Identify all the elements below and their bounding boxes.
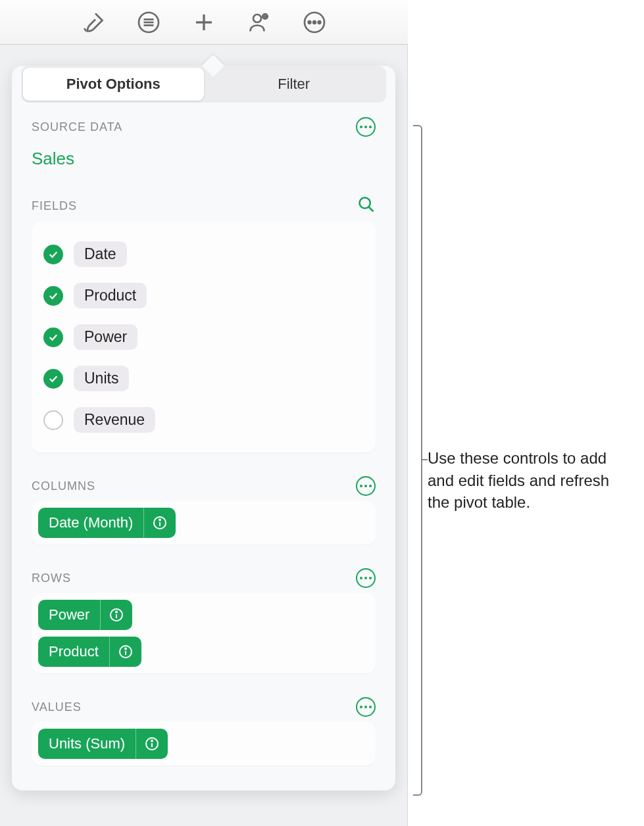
field-checkbox[interactable] bbox=[43, 369, 63, 389]
columns-section: COLUMNS Date (Month) bbox=[12, 462, 395, 554]
svg-point-6 bbox=[253, 14, 261, 22]
list-icon[interactable] bbox=[137, 11, 161, 34]
columns-well[interactable]: Date (Month) bbox=[32, 501, 376, 545]
chip-label: Product bbox=[38, 637, 109, 667]
values-well[interactable]: Units (Sum) bbox=[32, 722, 376, 765]
field-row-product: Product bbox=[43, 275, 364, 316]
fields-section: FIELDS Date Product Power bbox=[12, 178, 395, 462]
field-row-date: Date bbox=[43, 233, 364, 275]
chip-label: Date (Month) bbox=[38, 508, 143, 538]
field-pill[interactable]: Units bbox=[74, 366, 129, 391]
source-data-name[interactable]: Sales bbox=[32, 149, 376, 169]
field-pill[interactable]: Product bbox=[74, 283, 147, 308]
chip-units-sum[interactable]: Units (Sum) bbox=[38, 729, 168, 759]
values-section: VALUES Units (Sum) bbox=[12, 683, 395, 775]
field-checkbox[interactable] bbox=[43, 286, 63, 306]
fields-label: FIELDS bbox=[32, 199, 77, 213]
format-brush-icon[interactable] bbox=[82, 11, 105, 34]
svg-point-11 bbox=[309, 21, 311, 24]
field-row-units: Units bbox=[43, 358, 364, 399]
chip-product[interactable]: Product bbox=[38, 637, 141, 667]
search-icon[interactable] bbox=[357, 195, 376, 216]
source-data-section: SOURCE DATA Sales bbox=[12, 114, 395, 178]
field-pill[interactable]: Power bbox=[74, 324, 137, 350]
field-checkbox[interactable] bbox=[43, 328, 63, 347]
source-data-more-button[interactable] bbox=[356, 117, 376, 137]
source-data-label: SOURCE DATA bbox=[32, 120, 122, 134]
add-icon[interactable] bbox=[192, 11, 216, 34]
values-label: VALUES bbox=[32, 700, 82, 714]
info-icon[interactable] bbox=[100, 600, 132, 630]
sidebar-panel-wrap: Pivot Options Filter SOURCE DATA Sales F… bbox=[0, 45, 408, 826]
columns-label: COLUMNS bbox=[32, 479, 95, 493]
rows-more-button[interactable] bbox=[356, 568, 376, 588]
field-checkbox[interactable] bbox=[43, 410, 63, 430]
field-row-power: Power bbox=[43, 316, 364, 358]
svg-point-21 bbox=[116, 612, 117, 613]
field-pill[interactable]: Revenue bbox=[74, 407, 155, 433]
field-row-revenue: Revenue bbox=[43, 399, 364, 441]
chip-label: Power bbox=[38, 600, 100, 630]
svg-point-14 bbox=[360, 198, 370, 208]
svg-point-18 bbox=[159, 520, 161, 521]
tab-bar: Pivot Options Filter bbox=[21, 66, 386, 103]
rows-section: ROWS Power Product bbox=[12, 554, 395, 683]
info-icon[interactable] bbox=[109, 637, 141, 667]
columns-more-button[interactable] bbox=[356, 476, 376, 496]
svg-point-12 bbox=[313, 21, 316, 24]
svg-line-15 bbox=[369, 207, 374, 212]
rows-label: ROWS bbox=[32, 571, 71, 585]
callout-tick bbox=[421, 459, 428, 460]
rows-well[interactable]: Power Product bbox=[32, 593, 376, 673]
svg-point-13 bbox=[318, 21, 321, 24]
chip-date-month[interactable]: Date (Month) bbox=[38, 508, 176, 538]
tab-filter[interactable]: Filter bbox=[204, 68, 385, 101]
chip-label: Units (Sum) bbox=[38, 729, 136, 759]
more-icon[interactable] bbox=[303, 11, 326, 34]
callout-text: Use these controls to add and edit field… bbox=[428, 447, 632, 514]
values-more-button[interactable] bbox=[356, 697, 376, 717]
collaborate-icon[interactable] bbox=[247, 11, 271, 34]
info-icon[interactable] bbox=[143, 508, 176, 538]
field-checkbox[interactable] bbox=[43, 245, 63, 264]
field-pill[interactable]: Date bbox=[74, 241, 127, 267]
toolbar bbox=[0, 0, 408, 45]
chip-power[interactable]: Power bbox=[38, 600, 132, 630]
pivot-panel: Pivot Options Filter SOURCE DATA Sales F… bbox=[12, 66, 395, 790]
callout-bracket bbox=[413, 125, 422, 796]
tab-pivot-options[interactable]: Pivot Options bbox=[23, 68, 204, 101]
fields-list: Date Product Power Units Revenue bbox=[32, 222, 376, 452]
svg-point-27 bbox=[151, 741, 153, 742]
svg-point-24 bbox=[125, 648, 126, 650]
info-icon[interactable] bbox=[136, 729, 168, 759]
